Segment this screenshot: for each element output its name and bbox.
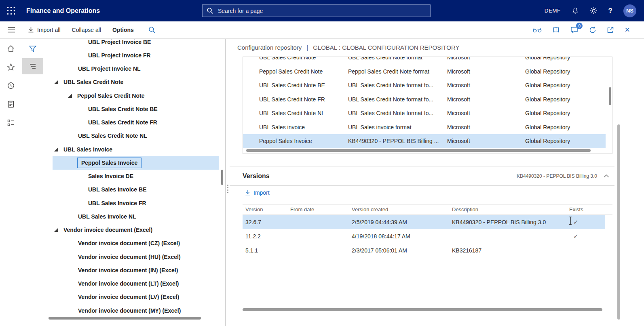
tree-view-toggle-button[interactable] xyxy=(22,58,43,74)
forms-document-icon[interactable] xyxy=(7,100,15,108)
import-all-label: Import all xyxy=(37,27,61,33)
tree-item[interactable]: Vendor invoice document (HU) (Excel) xyxy=(22,250,225,263)
company-picker[interactable]: DEMF xyxy=(545,8,561,14)
version-row[interactable]: 5.1.1 2/3/2017 05:06:01 AM KB3216187 xyxy=(243,243,605,257)
configuration-tree: UBL Project Invoice BE UBL Project Invoi… xyxy=(22,39,225,317)
versions-import-button[interactable]: Import xyxy=(245,189,270,196)
tree-item[interactable]: Vendor invoice document (CZ) (Excel) xyxy=(22,237,225,250)
tree-item[interactable]: Vendor invoice document (LT) (Excel) xyxy=(22,277,225,290)
versions-subtitle: KB4490320 - PEPPOL BIS Billing 3.0 xyxy=(517,173,597,179)
app-title: Finance and Operations xyxy=(26,7,100,15)
repo-grid-horizontal-scrollbar[interactable] xyxy=(246,149,591,152)
page-vertical-scrollbar[interactable] xyxy=(617,124,620,320)
page-title: Configuration repository xyxy=(237,44,302,51)
column-header[interactable]: From date xyxy=(290,206,352,212)
options-menu[interactable]: Options xyxy=(112,27,134,33)
import-all-button[interactable]: Import all xyxy=(28,27,61,33)
toolbar-right-cluster: 0 × xyxy=(533,26,644,34)
configuration-tree-panel: UBL Project Invoice BE UBL Project Invoi… xyxy=(22,39,226,326)
tree-item[interactable]: Vendor invoice document (MY) (Excel) xyxy=(22,304,225,317)
tree-item[interactable]: UBL Sales Invoice BE xyxy=(22,183,225,196)
app-launcher-waffle-icon[interactable] xyxy=(0,0,22,21)
column-header[interactable]: Version xyxy=(243,206,290,212)
action-toolbar: Import all Collapse all Options xyxy=(0,21,644,39)
tree-item[interactable]: Sales Invoice DE xyxy=(22,170,225,183)
tree-item[interactable]: UBL Sales invoice xyxy=(22,143,225,156)
preview-glasses-icon[interactable] xyxy=(533,27,542,33)
notifications-bell-icon[interactable] xyxy=(572,7,579,15)
guide-book-icon[interactable] xyxy=(552,26,560,34)
collapse-all-label: Collapse all xyxy=(72,27,101,33)
repo-grid-row[interactable]: UBL Sales Credit Note NLUBL Sales Credit… xyxy=(243,106,606,120)
tree-item[interactable]: UBL Sales Credit Note NL xyxy=(22,129,225,143)
refresh-icon[interactable] xyxy=(589,26,596,34)
user-avatar[interactable]: NS xyxy=(623,4,636,17)
expand-caret-icon[interactable] xyxy=(68,94,72,98)
favorites-star-icon[interactable] xyxy=(7,63,15,71)
tree-item[interactable]: UBL Sales Credit Note xyxy=(22,76,225,89)
help-icon[interactable]: ? xyxy=(608,7,612,15)
tree-item[interactable]: UBL Sales Invoice NL xyxy=(22,210,225,223)
repository-configurations-grid: UBL Sales Credit NoteUBL Sales Credit No… xyxy=(243,57,612,154)
settings-gear-icon[interactable] xyxy=(590,7,598,15)
download-icon xyxy=(28,27,34,33)
version-row-selected[interactable]: 32.6.7 2/5/2019 04:44:39 AM KB4490320 - … xyxy=(243,215,605,229)
open-in-new-window-icon[interactable] xyxy=(607,26,614,34)
tree-filter-button[interactable] xyxy=(22,41,43,57)
version-row[interactable]: 11.2.2 4/19/2018 08:44:17 AM ✓ xyxy=(243,229,605,243)
repo-grid-row-selected[interactable]: Peppol Sales InvoiceKB4490320 - PEPPOL B… xyxy=(243,134,606,148)
page-search-input[interactable] xyxy=(217,7,426,15)
versions-title: Versions xyxy=(243,172,270,180)
expand-caret-icon[interactable] xyxy=(54,147,58,151)
recent-clock-icon[interactable] xyxy=(7,82,15,90)
repo-grid-row[interactable]: UBL Sales Credit Note BEUBL Sales Credit… xyxy=(243,78,606,93)
expand-caret-icon[interactable] xyxy=(54,80,58,84)
repo-grid-row[interactable]: Peppol Sales Credit NotePeppol Sales Cre… xyxy=(243,65,606,79)
search-icon xyxy=(207,7,213,14)
filter-funnel-icon xyxy=(29,45,37,53)
workspaces-hierarchy-icon[interactable] xyxy=(7,119,15,127)
tree-item[interactable]: UBL Project Invoice BE xyxy=(22,39,225,48)
breadcrumb-separator: | xyxy=(306,44,308,51)
versions-horizontal-scrollbar[interactable] xyxy=(243,308,602,311)
column-header[interactable]: Exists xyxy=(569,206,612,212)
page-header-breadcrumb: Configuration repository|GLOBAL : GLOBAL… xyxy=(237,44,459,51)
repo-grid-row[interactable]: UBL Sales Credit NoteUBL Sales Credit No… xyxy=(243,57,606,65)
column-header[interactable]: Version created xyxy=(352,206,452,212)
versions-grid-header: Version From date Version created Descri… xyxy=(243,204,612,215)
tree-horizontal-scrollbar[interactable] xyxy=(49,317,201,320)
tree-list-icon xyxy=(29,63,36,69)
tree-item[interactable]: Vendor invoice document (Excel) xyxy=(22,223,225,237)
tree-item[interactable]: Peppol Sales Credit Note xyxy=(22,89,225,102)
exists-check-icon: ✓ xyxy=(569,219,605,226)
collapse-all-button[interactable]: Collapse all xyxy=(72,27,101,33)
close-icon[interactable]: × xyxy=(625,26,630,34)
expand-caret-icon[interactable] xyxy=(68,161,72,165)
page-search-box[interactable] xyxy=(202,4,431,17)
tree-item[interactable]: Vendor invoice document (LV) (Excel) xyxy=(22,290,225,304)
tree-item-selected[interactable]: Peppol Sales Invoice xyxy=(22,156,225,169)
tree-item[interactable]: UBL Sales Invoice FR xyxy=(22,196,225,210)
top-app-bar: Finance and Operations DEMF ? NS xyxy=(0,0,644,21)
panel-splitter[interactable] xyxy=(226,183,229,194)
tree-item[interactable]: UBL Sales Credit Note FR xyxy=(22,116,225,129)
tree-item[interactable]: Vendor invoice document (IN) (Excel) xyxy=(22,263,225,277)
tree-item[interactable]: UBL Project Invoice NL xyxy=(22,62,225,76)
tree-item[interactable]: UBL Project Invoice FR xyxy=(22,48,225,62)
repo-grid-row[interactable]: UBL Sales invoiceUBL Sales invoice forma… xyxy=(243,120,606,135)
nav-hamburger-icon[interactable] xyxy=(0,21,22,39)
expand-caret-icon[interactable] xyxy=(54,228,58,232)
tree-vertical-scrollbar[interactable] xyxy=(221,170,223,185)
home-icon[interactable] xyxy=(7,44,15,53)
page-context: GLOBAL : GLOBAL CONFIGURATION REPOSITORY xyxy=(313,44,459,51)
options-label: Options xyxy=(112,27,134,33)
repo-grid-vertical-scrollbar[interactable] xyxy=(609,87,611,105)
tree-item[interactable]: UBL Sales Credit Note BE xyxy=(22,102,225,116)
collapse-chevron-up-icon[interactable] xyxy=(604,174,609,178)
import-label: Import xyxy=(253,189,270,196)
column-header[interactable]: Description xyxy=(452,206,569,212)
repo-grid-row[interactable]: UBL Sales Credit Note FRUBL Sales Credit… xyxy=(243,93,606,107)
toolbar-search-icon[interactable] xyxy=(148,26,156,34)
topbar-right-cluster: DEMF ? NS xyxy=(545,0,644,21)
messages-bubble-icon[interactable]: 0 xyxy=(570,26,579,34)
